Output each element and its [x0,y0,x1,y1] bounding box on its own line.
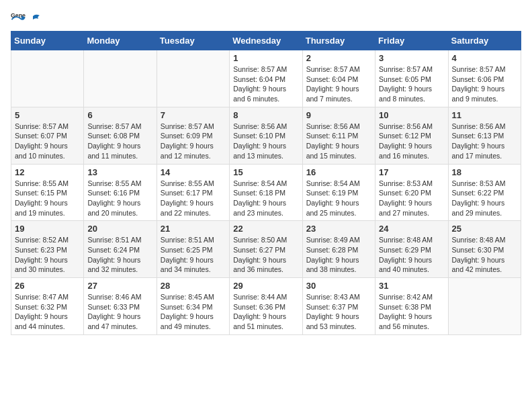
calendar-cell: 25Sunrise: 8:48 AM Sunset: 6:30 PM Dayli… [448,221,521,278]
calendar-cell: 20Sunrise: 8:51 AM Sunset: 6:24 PM Dayli… [84,221,157,278]
day-number: 22 [233,224,298,234]
calendar-cell: 12Sunrise: 8:55 AM Sunset: 6:15 PM Dayli… [11,164,84,221]
cell-info: Sunrise: 8:57 AM Sunset: 6:05 PM Dayligh… [379,64,444,104]
cell-info: Sunrise: 8:55 AM Sunset: 6:15 PM Dayligh… [15,179,80,218]
header-day-wednesday: Wednesday [230,32,302,50]
calendar-cell: 26Sunrise: 8:47 AM Sunset: 6:32 PM Dayli… [11,278,84,335]
calendar-cell: 22Sunrise: 8:50 AM Sunset: 6:27 PM Dayli… [230,221,302,278]
header-day-tuesday: Tuesday [157,32,229,50]
header: General [11,11,521,26]
calendar-cell: 27Sunrise: 8:46 AM Sunset: 6:33 PM Dayli… [84,278,157,335]
day-number: 14 [161,167,226,177]
cell-info: Sunrise: 8:54 AM Sunset: 6:18 PM Dayligh… [233,179,298,218]
calendar-cell: 2Sunrise: 8:57 AM Sunset: 6:04 PM Daylig… [302,50,375,107]
day-number: 28 [161,281,226,291]
calendar-week-row: 1Sunrise: 8:57 AM Sunset: 6:04 PM Daylig… [11,50,521,107]
day-number: 18 [452,167,517,177]
day-number: 21 [161,224,226,234]
cell-info: Sunrise: 8:43 AM Sunset: 6:37 PM Dayligh… [306,292,371,332]
calendar-week-row: 26Sunrise: 8:47 AM Sunset: 6:32 PM Dayli… [11,278,521,335]
calendar-table: SundayMondayTuesdayWednesdayThursdayFrid… [11,31,521,335]
day-number: 17 [379,167,444,177]
cell-info: Sunrise: 8:54 AM Sunset: 6:19 PM Dayligh… [306,179,371,218]
calendar-cell: 17Sunrise: 8:53 AM Sunset: 6:20 PM Dayli… [375,164,448,221]
cell-info: Sunrise: 8:53 AM Sunset: 6:22 PM Dayligh… [452,179,517,218]
day-number: 20 [87,224,152,234]
cell-info: Sunrise: 8:51 AM Sunset: 6:24 PM Dayligh… [87,235,152,275]
day-number: 2 [306,53,371,63]
cell-info: Sunrise: 8:57 AM Sunset: 6:09 PM Dayligh… [161,122,226,161]
calendar-cell: 10Sunrise: 8:56 AM Sunset: 6:12 PM Dayli… [375,107,448,164]
day-number: 23 [306,224,371,234]
calendar-cell [84,50,157,107]
day-number: 16 [306,167,371,177]
day-number: 11 [452,110,517,120]
calendar-cell: 29Sunrise: 8:44 AM Sunset: 6:36 PM Dayli… [230,278,302,335]
header-day-thursday: Thursday [302,32,375,50]
cell-info: Sunrise: 8:56 AM Sunset: 6:10 PM Dayligh… [233,122,298,161]
calendar-cell: 23Sunrise: 8:49 AM Sunset: 6:28 PM Dayli… [302,221,375,278]
cell-info: Sunrise: 8:56 AM Sunset: 6:13 PM Dayligh… [452,122,517,161]
cell-info: Sunrise: 8:57 AM Sunset: 6:04 PM Dayligh… [233,64,298,104]
calendar-cell: 14Sunrise: 8:55 AM Sunset: 6:17 PM Dayli… [157,164,229,221]
cell-info: Sunrise: 8:57 AM Sunset: 6:04 PM Dayligh… [306,64,371,104]
day-number: 7 [161,110,226,120]
day-number: 19 [15,224,80,234]
calendar-cell: 30Sunrise: 8:43 AM Sunset: 6:37 PM Dayli… [302,278,375,335]
cell-info: Sunrise: 8:42 AM Sunset: 6:38 PM Dayligh… [379,292,444,332]
calendar-cell: 19Sunrise: 8:52 AM Sunset: 6:23 PM Dayli… [11,221,84,278]
calendar-cell [11,50,84,107]
day-number: 10 [379,110,444,120]
day-number: 27 [87,281,152,291]
calendar-cell: 9Sunrise: 8:56 AM Sunset: 6:11 PM Daylig… [302,107,375,164]
calendar-cell: 7Sunrise: 8:57 AM Sunset: 6:09 PM Daylig… [157,107,229,164]
cell-info: Sunrise: 8:49 AM Sunset: 6:28 PM Dayligh… [306,235,371,275]
day-number: 1 [233,53,298,63]
cell-info: Sunrise: 8:48 AM Sunset: 6:30 PM Dayligh… [452,235,517,275]
calendar-week-row: 12Sunrise: 8:55 AM Sunset: 6:15 PM Dayli… [11,164,521,221]
cell-info: Sunrise: 8:48 AM Sunset: 6:29 PM Dayligh… [379,235,444,275]
cell-info: Sunrise: 8:52 AM Sunset: 6:23 PM Dayligh… [15,235,80,275]
cell-info: Sunrise: 8:53 AM Sunset: 6:20 PM Dayligh… [379,179,444,218]
calendar-cell: 6Sunrise: 8:57 AM Sunset: 6:08 PM Daylig… [84,107,157,164]
calendar-week-row: 19Sunrise: 8:52 AM Sunset: 6:23 PM Dayli… [11,221,521,278]
calendar-cell: 5Sunrise: 8:57 AM Sunset: 6:07 PM Daylig… [11,107,84,164]
day-number: 15 [233,167,298,177]
calendar-cell: 13Sunrise: 8:55 AM Sunset: 6:16 PM Dayli… [84,164,157,221]
calendar-header-row: SundayMondayTuesdayWednesdayThursdayFrid… [11,32,521,50]
cell-info: Sunrise: 8:57 AM Sunset: 6:06 PM Dayligh… [452,64,517,104]
header-day-friday: Friday [375,32,448,50]
logo-bird-icon [29,13,41,26]
day-number: 8 [233,110,298,120]
day-number: 30 [306,281,371,291]
calendar-cell: 24Sunrise: 8:48 AM Sunset: 6:29 PM Dayli… [375,221,448,278]
cell-info: Sunrise: 8:56 AM Sunset: 6:11 PM Dayligh… [306,122,371,161]
cell-info: Sunrise: 8:56 AM Sunset: 6:12 PM Dayligh… [379,122,444,161]
cell-info: Sunrise: 8:55 AM Sunset: 6:17 PM Dayligh… [161,179,226,218]
calendar-cell: 18Sunrise: 8:53 AM Sunset: 6:22 PM Dayli… [448,164,521,221]
cell-info: Sunrise: 8:57 AM Sunset: 6:07 PM Dayligh… [15,122,80,161]
calendar-cell [448,278,521,335]
calendar-cell: 3Sunrise: 8:57 AM Sunset: 6:05 PM Daylig… [375,50,448,107]
calendar-cell: 21Sunrise: 8:51 AM Sunset: 6:25 PM Dayli… [157,221,229,278]
cell-info: Sunrise: 8:55 AM Sunset: 6:16 PM Dayligh… [87,179,152,218]
cell-info: Sunrise: 8:51 AM Sunset: 6:25 PM Dayligh… [161,235,226,275]
cell-info: Sunrise: 8:45 AM Sunset: 6:34 PM Dayligh… [161,292,226,332]
day-number: 26 [15,281,80,291]
day-number: 4 [452,53,517,63]
calendar-cell: 4Sunrise: 8:57 AM Sunset: 6:06 PM Daylig… [448,50,521,107]
calendar-cell: 1Sunrise: 8:57 AM Sunset: 6:04 PM Daylig… [230,50,302,107]
header-day-saturday: Saturday [448,32,521,50]
cell-info: Sunrise: 8:50 AM Sunset: 6:27 PM Dayligh… [233,235,298,275]
cell-info: Sunrise: 8:44 AM Sunset: 6:36 PM Dayligh… [233,292,298,332]
header-day-sunday: Sunday [11,32,84,50]
calendar-cell: 31Sunrise: 8:42 AM Sunset: 6:38 PM Dayli… [375,278,448,335]
header-day-monday: Monday [84,32,157,50]
day-number: 31 [379,281,444,291]
calendar-cell: 8Sunrise: 8:56 AM Sunset: 6:10 PM Daylig… [230,107,302,164]
day-number: 6 [87,110,152,120]
calendar-cell: 11Sunrise: 8:56 AM Sunset: 6:13 PM Dayli… [448,107,521,164]
logo-icon: General [11,11,26,26]
day-number: 3 [379,53,444,63]
day-number: 13 [87,167,152,177]
